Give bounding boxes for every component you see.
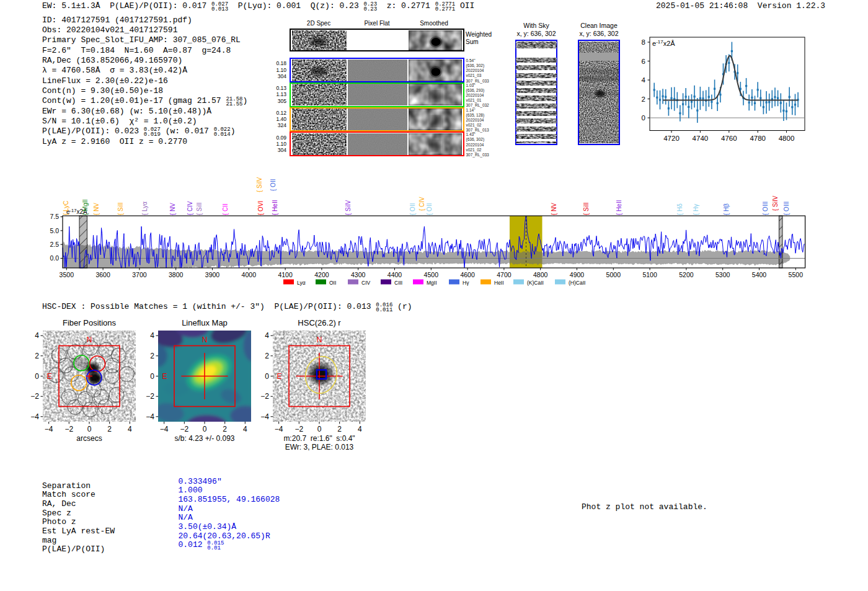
svg-text:−2: −2: [64, 425, 73, 433]
svg-text:N: N: [317, 335, 322, 344]
svg-text:0: 0: [203, 425, 207, 433]
svg-text:4: 4: [243, 425, 247, 433]
svg-text:N: N: [202, 335, 208, 344]
svg-text:0: 0: [265, 372, 269, 381]
svg-text:2: 2: [150, 352, 154, 360]
svg-text:−4: −4: [260, 412, 269, 421]
svg-text:2: 2: [35, 352, 39, 360]
svg-text:2: 2: [223, 425, 227, 433]
svg-text:−2: −2: [146, 392, 154, 401]
svg-text:−2: −2: [294, 425, 303, 433]
svg-text:−4: −4: [146, 412, 154, 421]
svg-text:0: 0: [150, 372, 154, 381]
svg-text:E: E: [162, 372, 167, 381]
svg-text:E: E: [277, 372, 281, 381]
svg-text:N: N: [87, 335, 92, 344]
svg-text:−4: −4: [275, 425, 283, 433]
svg-text:0: 0: [317, 425, 322, 433]
svg-text:−2: −2: [260, 392, 269, 401]
svg-text:4: 4: [358, 425, 362, 433]
svg-text:4: 4: [265, 331, 269, 340]
svg-text:−4: −4: [30, 412, 39, 421]
svg-text:4: 4: [128, 425, 132, 433]
svg-text:−4: −4: [160, 425, 169, 433]
svg-text:−4: −4: [45, 425, 53, 433]
svg-text:4: 4: [150, 331, 154, 340]
svg-text:−2: −2: [180, 425, 188, 433]
svg-text:2: 2: [337, 425, 342, 433]
svg-text:−2: −2: [30, 392, 39, 401]
svg-text:2: 2: [107, 425, 112, 433]
svg-text:E: E: [46, 372, 51, 381]
svg-text:2: 2: [265, 352, 269, 360]
svg-text:4: 4: [35, 331, 39, 340]
svg-text:0: 0: [87, 425, 92, 433]
svg-text:0: 0: [35, 372, 39, 381]
